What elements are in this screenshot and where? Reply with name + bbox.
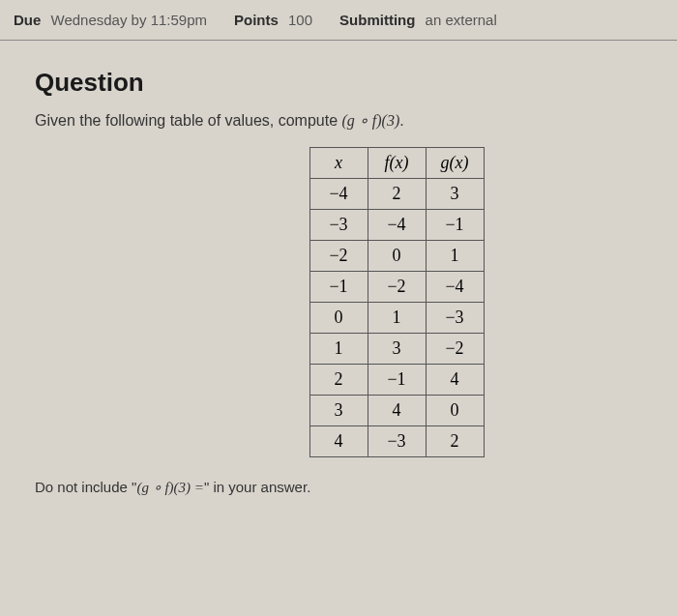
values-table-wrap: x f(x) g(x) −4 2 3 −3 −4 −1 −2 0 [151, 147, 642, 457]
assignment-meta-bar: Due Wednesday by 11:59pm Points 100 Subm… [0, 0, 677, 41]
cell-gx: 2 [426, 426, 484, 457]
cell-x: −2 [309, 241, 368, 272]
cell-x: 4 [309, 426, 368, 457]
prompt-suffix: . [399, 112, 403, 129]
footer-prefix: Do not include " [35, 479, 136, 495]
cell-gx: −4 [426, 272, 484, 303]
table-row: 3 4 0 [309, 396, 484, 426]
submitting-meta: Submitting an external [339, 12, 497, 28]
values-table: x f(x) g(x) −4 2 3 −3 −4 −1 −2 0 [309, 147, 485, 457]
cell-gx: 0 [426, 396, 484, 426]
cell-x: −3 [309, 210, 368, 241]
submitting-label: Submitting [339, 12, 415, 28]
table-row: 4 −3 2 [309, 426, 484, 457]
prompt-expression: (g ∘ f)(3) [342, 112, 400, 129]
due-value: Wednesday by 11:59pm [51, 12, 208, 28]
table-row: 2 −1 4 [309, 365, 484, 396]
cell-gx: 4 [426, 365, 484, 396]
cell-fx: −2 [368, 272, 426, 303]
table-row: −3 −4 −1 [309, 210, 484, 241]
cell-x: 1 [309, 334, 368, 365]
points-meta: Points 100 [234, 12, 312, 28]
table-row: 0 1 −3 [309, 303, 484, 334]
cell-x: −4 [309, 179, 368, 210]
cell-fx: 1 [368, 303, 426, 334]
cell-fx: 0 [368, 241, 426, 272]
table-row: −4 2 3 [309, 179, 484, 210]
cell-fx: 4 [368, 396, 426, 426]
cell-x: −1 [309, 272, 368, 303]
cell-fx: −4 [368, 210, 426, 241]
table-header-row: x f(x) g(x) [309, 148, 484, 179]
table-body: −4 2 3 −3 −4 −1 −2 0 1 −1 −2 −4 [309, 179, 484, 457]
col-header-gx: g(x) [426, 148, 484, 179]
question-content: Question Given the following table of va… [0, 41, 677, 508]
cell-gx: −3 [426, 303, 484, 334]
cell-fx: −3 [368, 426, 426, 457]
cell-fx: −1 [368, 365, 426, 396]
cell-x: 2 [309, 365, 368, 396]
table-row: −2 0 1 [309, 241, 484, 272]
prompt-prefix: Given the following table of values, com… [35, 112, 342, 129]
submitting-value: an external [426, 12, 497, 28]
points-label: Points [234, 12, 279, 28]
cell-gx: −1 [426, 210, 484, 241]
cell-gx: −2 [426, 334, 484, 365]
col-header-fx: f(x) [368, 148, 426, 179]
due-label: Due [14, 12, 41, 28]
question-title: Question [35, 68, 642, 98]
col-header-x: x [309, 148, 368, 179]
cell-x: 0 [309, 303, 368, 334]
cell-fx: 3 [368, 334, 426, 365]
cell-gx: 3 [426, 179, 484, 210]
footer-expression: (g ∘ f)(3) = [136, 480, 204, 495]
cell-gx: 1 [426, 241, 484, 272]
due-meta: Due Wednesday by 11:59pm [14, 12, 207, 28]
cell-fx: 2 [368, 179, 426, 210]
question-prompt: Given the following table of values, com… [35, 111, 642, 130]
footer-suffix: " in your answer. [204, 479, 310, 495]
table-row: 1 3 −2 [309, 334, 484, 365]
points-value: 100 [288, 12, 312, 28]
table-row: −1 −2 −4 [309, 272, 484, 303]
cell-x: 3 [309, 396, 368, 426]
answer-instruction: Do not include "(g ∘ f)(3) =" in your an… [35, 479, 642, 496]
